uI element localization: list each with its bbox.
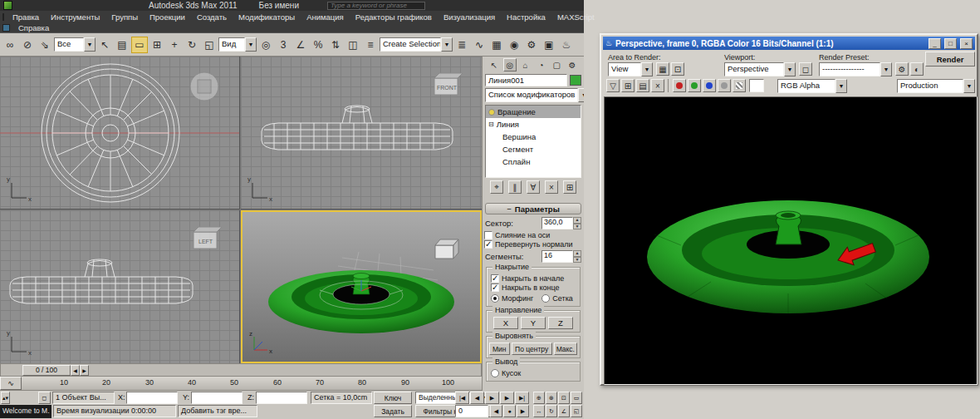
zoom-extents-icon[interactable]: ⊡ bbox=[558, 392, 570, 404]
monochrome-icon[interactable] bbox=[718, 79, 731, 92]
rectangular-selection-region-icon[interactable]: ▭ bbox=[131, 37, 148, 53]
menu-animation[interactable]: Анимация bbox=[301, 12, 350, 22]
menu-graph-editors[interactable]: Редакторы графиков bbox=[350, 12, 438, 22]
zoom-region-icon[interactable]: ▭ bbox=[571, 392, 582, 404]
layer-manager-icon[interactable]: ≣ bbox=[453, 37, 470, 53]
set-key-mode-button[interactable]: Задать bbox=[374, 405, 412, 417]
previous-key-button[interactable]: ◀ bbox=[490, 405, 502, 417]
stack-item-segment[interactable]: Сегмент bbox=[486, 143, 581, 155]
select-by-name-icon[interactable]: ▤ bbox=[114, 37, 130, 53]
lock-viewport-icon[interactable]: ◻ bbox=[799, 62, 812, 76]
remove-modifier-icon[interactable]: × bbox=[545, 180, 558, 194]
red-channel-icon[interactable] bbox=[673, 79, 686, 92]
mirror-icon[interactable]: ◫ bbox=[345, 37, 361, 53]
chevron-down-icon[interactable]: ▼ bbox=[84, 37, 96, 52]
render-canvas[interactable] bbox=[604, 96, 978, 385]
track-bar[interactable]: ∿ 10 20 30 40 50 60 70 80 90 100 bbox=[0, 377, 482, 391]
material-editor-icon[interactable]: ◉ bbox=[506, 37, 522, 53]
menu-modifiers[interactable]: Модификаторы bbox=[233, 12, 301, 22]
tree-collapse-icon[interactable]: ⊟ bbox=[488, 121, 494, 128]
play-button[interactable]: ▶ bbox=[485, 392, 499, 404]
next-frame-arrow-icon[interactable]: ▶ bbox=[80, 365, 89, 376]
zoom-all-icon[interactable]: ⊛ bbox=[546, 392, 557, 404]
x-coordinate-field[interactable] bbox=[126, 392, 178, 404]
minimize-button[interactable]: _ bbox=[929, 38, 941, 49]
flip-normals-checkbox[interactable]: Перевернуть нормали bbox=[484, 240, 582, 249]
tab-hierarchy-icon[interactable]: ⌂ bbox=[519, 58, 532, 71]
chevron-down-icon[interactable]: ▼ bbox=[835, 79, 847, 93]
select-and-scale-icon[interactable]: ◱ bbox=[201, 37, 218, 53]
pan-icon[interactable]: ↔ bbox=[533, 405, 545, 417]
cap-start-checkbox[interactable]: Накрыть в начале bbox=[491, 274, 576, 283]
menu-maxscript[interactable]: MAXScript bbox=[551, 12, 600, 22]
menu-tools[interactable]: Инструменты bbox=[45, 12, 105, 22]
select-object-icon[interactable]: ↖ bbox=[96, 37, 113, 53]
stack-item-spline[interactable]: Сплайн bbox=[486, 155, 581, 168]
direction-y-button[interactable]: Y bbox=[521, 317, 546, 329]
render-setup-icon[interactable]: ⚙ bbox=[895, 62, 909, 76]
current-frame-field[interactable]: 0 bbox=[455, 405, 488, 417]
snap-toggle-3d-icon[interactable]: 3 bbox=[275, 37, 292, 53]
render-window-titlebar[interactable]: ♨ Perspective, frame 0, RGBA Color 16 Bi… bbox=[603, 37, 975, 50]
bind-to-spacewarp-icon[interactable]: ⇘ bbox=[37, 37, 53, 53]
render-preset-combo[interactable]: ----------------▼ bbox=[819, 62, 892, 76]
next-frame-button[interactable]: ▶ bbox=[500, 392, 514, 404]
field-of-view-icon[interactable]: ∠ bbox=[558, 405, 570, 417]
y-coordinate-field[interactable] bbox=[191, 392, 243, 404]
maximize-button[interactable]: □ bbox=[944, 38, 957, 49]
previous-frame-arrow-icon[interactable]: ◀ bbox=[71, 365, 80, 376]
rendered-frame-window-icon[interactable]: ▣ bbox=[541, 37, 557, 53]
modifier-stack[interactable]: Вращение ⊟ Линия Вершина Сегмент Сплайн bbox=[485, 105, 581, 178]
orbit-icon[interactable]: ↻ bbox=[546, 405, 557, 417]
green-channel-icon[interactable] bbox=[688, 79, 701, 92]
select-and-link-icon[interactable]: ∞ bbox=[2, 37, 18, 53]
degrees-spinner[interactable]: 360,0 ▲▼ bbox=[541, 217, 581, 229]
viewport-combo[interactable]: Perspective▼ bbox=[724, 62, 796, 76]
segments-spinner[interactable]: 16 ▲▼ bbox=[541, 250, 581, 263]
chevron-down-icon[interactable]: ▼ bbox=[245, 37, 257, 52]
unlink-icon[interactable]: ⊘ bbox=[19, 37, 36, 53]
key-mode-toggle-button[interactable]: ● bbox=[503, 405, 516, 417]
selection-filter-combo[interactable]: Все▼ bbox=[54, 37, 96, 52]
tab-utilities-icon[interactable]: ⚙ bbox=[566, 58, 579, 71]
direction-z-button[interactable]: Z bbox=[548, 317, 573, 329]
z-coordinate-field[interactable] bbox=[256, 392, 307, 404]
area-to-render-combo[interactable]: View▼ bbox=[608, 62, 653, 76]
menu-group[interactable]: Группы bbox=[105, 12, 144, 22]
chevron-down-icon[interactable]: ▼ bbox=[880, 62, 892, 76]
chevron-down-icon[interactable]: ▼ bbox=[578, 88, 584, 102]
viewport-top[interactable]: yx bbox=[0, 57, 240, 210]
align-center-button[interactable]: По центру bbox=[512, 343, 552, 355]
menu-create[interactable]: Создать bbox=[191, 12, 233, 22]
reference-coordinate-combo[interactable]: Вид▼ bbox=[218, 37, 257, 52]
clone-window-icon[interactable]: ⊞ bbox=[621, 79, 635, 92]
render-production-icon[interactable]: ♨ bbox=[558, 37, 575, 53]
render-setup-icon[interactable]: ⚙ bbox=[523, 37, 540, 53]
tab-create-icon[interactable]: ↖ bbox=[488, 58, 501, 71]
window-crossing-icon[interactable]: ⊞ bbox=[149, 37, 165, 53]
tab-motion-icon[interactable]: ◔ bbox=[535, 58, 548, 71]
morph-radio[interactable]: Морфинг bbox=[491, 294, 533, 303]
menu-help[interactable]: Справка bbox=[12, 23, 55, 32]
search-input[interactable] bbox=[327, 2, 425, 10]
output-patch-radio[interactable]: Кусок bbox=[491, 369, 576, 377]
time-slider[interactable]: 0 / 100 ◀ ▶ bbox=[0, 363, 482, 377]
percent-snap-icon[interactable]: % bbox=[310, 37, 326, 53]
environment-icon[interactable]: ◐ bbox=[910, 62, 924, 76]
previous-frame-button[interactable]: ◀ bbox=[470, 392, 484, 404]
parameters-rollout-header[interactable]: − Параметры bbox=[485, 203, 581, 214]
menu-customize[interactable]: Настройка bbox=[501, 12, 551, 22]
menu-rendering[interactable]: Визуализация bbox=[438, 12, 501, 22]
configure-modifier-icon[interactable]: ⊞ bbox=[563, 180, 576, 194]
menu-edit[interactable]: Правка bbox=[7, 12, 45, 22]
add-time-tag[interactable]: Добавить тэг вре... bbox=[178, 405, 257, 417]
tab-modify-icon[interactable]: ◎ bbox=[503, 58, 517, 71]
select-and-rotate-icon[interactable]: ↻ bbox=[184, 37, 200, 53]
viewport-left[interactable]: LEFT yx bbox=[0, 210, 240, 363]
object-name-field[interactable]: Линия001 bbox=[485, 74, 567, 86]
select-and-move-icon[interactable]: + bbox=[166, 37, 183, 53]
blue-channel-icon[interactable] bbox=[703, 79, 716, 92]
align-max-button[interactable]: Макс. bbox=[554, 343, 577, 355]
use-pivot-center-icon[interactable]: ◎ bbox=[257, 37, 274, 53]
object-color-swatch[interactable] bbox=[570, 75, 581, 86]
